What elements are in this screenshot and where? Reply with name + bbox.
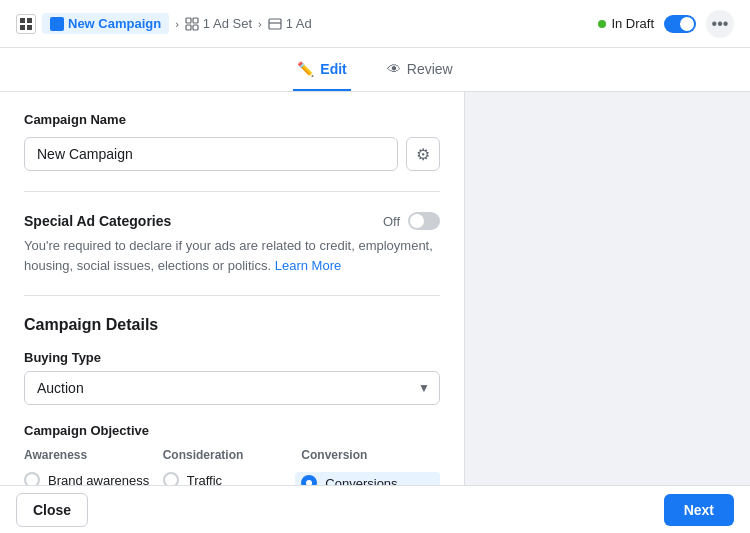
- radio-brand-awareness[interactable]: Brand awareness: [24, 472, 163, 485]
- svg-rect-4: [186, 18, 191, 23]
- folder-icon: [50, 17, 64, 31]
- awareness-column: Awareness Brand awareness Reach: [24, 448, 163, 485]
- campaign-details-section: Campaign Details Buying Type Auction Rea…: [24, 316, 440, 485]
- conversion-header: Conversion: [301, 448, 440, 462]
- adset-breadcrumb[interactable]: 1 Ad Set: [185, 16, 252, 31]
- review-icon: 👁: [387, 61, 401, 77]
- chevron-icon-1: ›: [175, 18, 179, 30]
- nav-right: In Draft •••: [598, 10, 734, 38]
- campaign-name-row: ⚙: [24, 137, 440, 171]
- radio-conversions[interactable]: Conversions: [295, 472, 440, 485]
- svg-rect-3: [27, 25, 32, 30]
- buying-type-label: Buying Type: [24, 350, 440, 365]
- radio-circle-conversions: [301, 475, 317, 485]
- campaign-name-input[interactable]: [24, 137, 398, 171]
- status-toggle[interactable]: [664, 15, 696, 33]
- main-layout: Campaign Name ⚙ Special Ad Categories Of…: [0, 92, 750, 485]
- ad-icon: [268, 17, 282, 31]
- gear-button[interactable]: ⚙: [406, 137, 440, 171]
- tab-edit[interactable]: ✏️ Edit: [293, 48, 350, 91]
- objective-columns: Awareness Brand awareness Reach Consider…: [24, 448, 440, 485]
- campaign-breadcrumb[interactable]: New Campaign: [42, 13, 169, 34]
- consideration-header: Consideration: [163, 448, 302, 462]
- special-ad-title: Special Ad Categories: [24, 213, 171, 229]
- special-ad-section: Special Ad Categories Off You're require…: [24, 212, 440, 296]
- bottom-bar: Close Next: [0, 485, 750, 533]
- special-ad-toggle[interactable]: [408, 212, 440, 230]
- right-panel: [465, 92, 750, 485]
- radio-label-conversions: Conversions: [325, 476, 397, 486]
- tabs-row: ✏️ Edit 👁 Review: [0, 48, 750, 92]
- status-dot: [598, 20, 606, 28]
- left-panel: Campaign Name ⚙ Special Ad Categories Of…: [0, 92, 465, 485]
- adset-icon: [185, 17, 199, 31]
- radio-label-traffic: Traffic: [187, 473, 222, 486]
- svg-rect-2: [20, 25, 25, 30]
- campaign-objective-title: Campaign Objective: [24, 423, 440, 438]
- radio-circle-brand-awareness: [24, 472, 40, 485]
- next-button[interactable]: Next: [664, 494, 734, 526]
- chevron-icon-2: ›: [258, 18, 262, 30]
- special-ad-right: Off: [383, 212, 440, 230]
- radio-traffic[interactable]: Traffic: [163, 472, 302, 485]
- svg-rect-5: [193, 18, 198, 23]
- radio-circle-traffic: [163, 472, 179, 485]
- svg-rect-8: [269, 19, 281, 29]
- radio-label-brand-awareness: Brand awareness: [48, 473, 149, 486]
- more-options-button[interactable]: •••: [706, 10, 734, 38]
- close-button[interactable]: Close: [16, 493, 88, 527]
- menu-icon[interactable]: [16, 14, 36, 34]
- svg-rect-7: [193, 25, 198, 30]
- awareness-header: Awareness: [24, 448, 163, 462]
- edit-icon: ✏️: [297, 61, 314, 77]
- ad-breadcrumb[interactable]: 1 Ad: [268, 16, 312, 31]
- buying-type-select[interactable]: Auction Reach and Frequency TRP Buying: [24, 371, 440, 405]
- status-indicator: In Draft: [598, 16, 654, 31]
- campaign-name-label: Campaign Name: [24, 112, 440, 127]
- gear-icon: ⚙: [416, 145, 430, 164]
- consideration-column: Consideration Traffic Engagement App ins…: [163, 448, 302, 485]
- conversion-column: Conversion Conversions Catalog sales Sto…: [301, 448, 440, 485]
- off-label: Off: [383, 214, 400, 229]
- special-ad-desc: You're required to declare if your ads a…: [24, 236, 440, 275]
- breadcrumb-area: New Campaign › 1 Ad Set › 1 Ad: [16, 13, 312, 34]
- svg-rect-0: [20, 18, 25, 23]
- top-nav: New Campaign › 1 Ad Set › 1 Ad In Draft: [0, 0, 750, 48]
- campaign-name-section: Campaign Name ⚙: [24, 112, 440, 192]
- buying-type-wrapper: Auction Reach and Frequency TRP Buying ▼: [24, 371, 440, 405]
- svg-rect-6: [186, 25, 191, 30]
- tab-review[interactable]: 👁 Review: [383, 48, 457, 91]
- learn-more-link[interactable]: Learn More: [275, 258, 341, 273]
- campaign-details-title: Campaign Details: [24, 316, 440, 334]
- svg-rect-1: [27, 18, 32, 23]
- special-ad-header: Special Ad Categories Off: [24, 212, 440, 230]
